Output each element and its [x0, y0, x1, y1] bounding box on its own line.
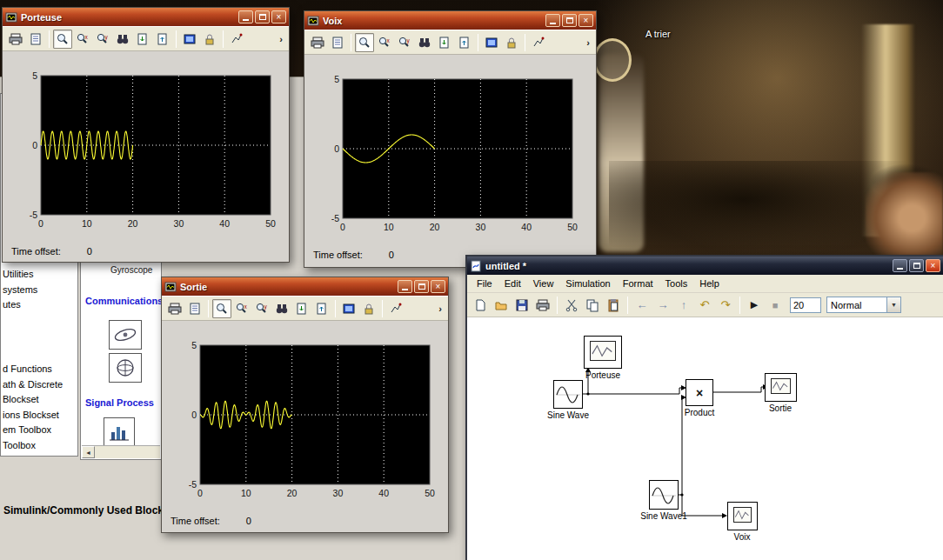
library-block-item[interactable] — [109, 320, 142, 350]
minimize-button[interactable] — [398, 280, 412, 293]
menu-simulation[interactable]: Simulation — [559, 276, 616, 291]
zoom-y-button[interactable]: y — [252, 299, 271, 318]
menu-tools[interactable]: Tools — [659, 276, 694, 291]
parameters-button[interactable] — [26, 30, 45, 49]
signal-selection-button[interactable] — [227, 30, 246, 49]
library-block-label[interactable]: Gyroscope — [110, 265, 152, 275]
library-block-item[interactable] — [104, 417, 135, 447]
copy-button[interactable] — [583, 296, 602, 315]
save-axes-button[interactable] — [292, 299, 311, 318]
close-button[interactable]: × — [271, 10, 286, 23]
autoscale-button[interactable] — [272, 299, 291, 318]
library-section-signal-processing[interactable]: Signal Process — [85, 397, 154, 408]
go-back-button[interactable]: ← — [632, 296, 652, 315]
maximize-button[interactable] — [909, 259, 924, 272]
scope-chart[interactable]: 0102030405050-5 — [13, 70, 276, 236]
restore-axes-button[interactable] — [153, 30, 172, 49]
tree-item[interactable]: systems — [3, 283, 37, 298]
simulation-stop-time-input[interactable] — [790, 297, 821, 313]
model-canvas[interactable]: Sine Wave Porteuse × Product Sortie — [467, 317, 943, 560]
zoom-x-button[interactable]: x — [232, 299, 251, 318]
maximize-button[interactable] — [414, 280, 429, 293]
print-button[interactable] — [533, 296, 552, 315]
block-porteuse-scope[interactable] — [584, 336, 622, 369]
horizontal-scrollbar[interactable]: ◄ — [82, 445, 160, 458]
tree-item[interactable]: Toolbox — [3, 438, 63, 454]
signal-selection-button[interactable] — [386, 299, 405, 318]
zoom-y-button[interactable]: y — [93, 30, 112, 49]
print-button[interactable] — [6, 30, 25, 49]
zoom-x-button[interactable]: x — [73, 30, 92, 49]
scope-titlebar[interactable]: Voix × — [304, 11, 596, 30]
floating-scope-button[interactable] — [339, 299, 358, 318]
lock-axes-button[interactable] — [359, 299, 378, 318]
menu-help[interactable]: Help — [693, 276, 726, 291]
go-up-button[interactable]: ↑ — [674, 296, 693, 315]
menu-edit[interactable]: Edit — [498, 276, 527, 291]
minimize-button[interactable] — [545, 14, 560, 27]
zoom-y-button[interactable]: y — [395, 33, 414, 52]
stop-simulation-button[interactable]: ■ — [766, 296, 785, 315]
block-sortie-scope[interactable] — [765, 373, 797, 402]
scope-titlebar[interactable]: Sortie × — [162, 277, 448, 296]
floating-scope-button[interactable] — [180, 30, 199, 49]
toolbar-overflow-icon[interactable]: › — [584, 37, 592, 48]
undo-button[interactable]: ↶ — [695, 296, 714, 315]
new-model-button[interactable] — [471, 296, 490, 315]
save-axes-button[interactable] — [435, 33, 454, 52]
tree-item[interactable]: Utilities — [3, 267, 37, 283]
tree-item[interactable]: Blockset — [3, 392, 63, 408]
print-button[interactable] — [165, 299, 184, 318]
tree-item[interactable]: utes — [3, 297, 37, 313]
library-block-item[interactable] — [109, 353, 142, 383]
minimize-button[interactable] — [238, 10, 253, 23]
start-simulation-button[interactable]: ▶ — [745, 296, 764, 315]
restore-axes-button[interactable] — [455, 33, 474, 52]
cut-button[interactable] — [562, 296, 581, 315]
close-button[interactable]: × — [431, 280, 445, 293]
simulation-mode-select[interactable]: Normal ▼ — [826, 297, 901, 313]
tree-item[interactable]: em Toolbox — [3, 423, 63, 438]
menu-format[interactable]: Format — [617, 276, 659, 291]
autoscale-button[interactable] — [415, 33, 434, 52]
maximize-button[interactable] — [562, 14, 577, 27]
toolbar-overflow-icon[interactable]: › — [436, 303, 445, 314]
model-titlebar[interactable]: untitled * × — [467, 257, 943, 275]
menu-file[interactable]: File — [471, 276, 498, 291]
print-button[interactable] — [308, 33, 327, 52]
maximize-button[interactable] — [255, 10, 270, 23]
scope-chart[interactable]: 0102030405050-5 — [315, 74, 578, 239]
toolbar-overflow-icon[interactable]: › — [277, 34, 285, 44]
redo-button[interactable]: ↷ — [716, 296, 735, 315]
zoom-x-button[interactable]: x — [375, 33, 394, 52]
scope-chart[interactable]: 0102030405050-5 — [172, 340, 435, 505]
block-sine-wave1[interactable] — [649, 480, 679, 510]
tree-item[interactable]: ions Blockset — [3, 408, 63, 423]
save-model-button[interactable] — [512, 296, 532, 315]
paste-button[interactable] — [604, 296, 623, 315]
save-axes-button[interactable] — [133, 30, 152, 49]
open-model-button[interactable] — [492, 296, 511, 315]
tree-item[interactable]: ath & Discrete — [3, 377, 63, 393]
restore-axes-button[interactable] — [312, 299, 331, 318]
parameters-button[interactable] — [185, 299, 204, 318]
library-section-communications[interactable]: Communications — [85, 296, 163, 306]
floating-scope-button[interactable] — [482, 33, 501, 52]
close-button[interactable]: × — [579, 14, 593, 27]
block-product[interactable]: × — [686, 379, 713, 406]
scroll-left-button[interactable]: ◄ — [82, 446, 95, 458]
go-forward-button[interactable]: → — [653, 296, 672, 315]
signal-selection-button[interactable] — [529, 33, 548, 52]
block-sine-wave[interactable] — [553, 380, 583, 409]
close-button[interactable]: × — [926, 259, 940, 272]
autoscale-button[interactable] — [113, 30, 132, 49]
scope-titlebar[interactable]: Porteuse × — [3, 8, 289, 26]
zoom-button[interactable] — [212, 299, 231, 318]
zoom-button[interactable] — [53, 30, 72, 49]
lock-axes-button[interactable] — [502, 33, 521, 52]
menu-view[interactable]: View — [527, 276, 560, 291]
parameters-button[interactable] — [328, 33, 347, 52]
zoom-button[interactable] — [355, 33, 374, 52]
block-voix-scope[interactable] — [727, 502, 758, 530]
desktop-icon-label[interactable]: A trier — [645, 29, 671, 39]
